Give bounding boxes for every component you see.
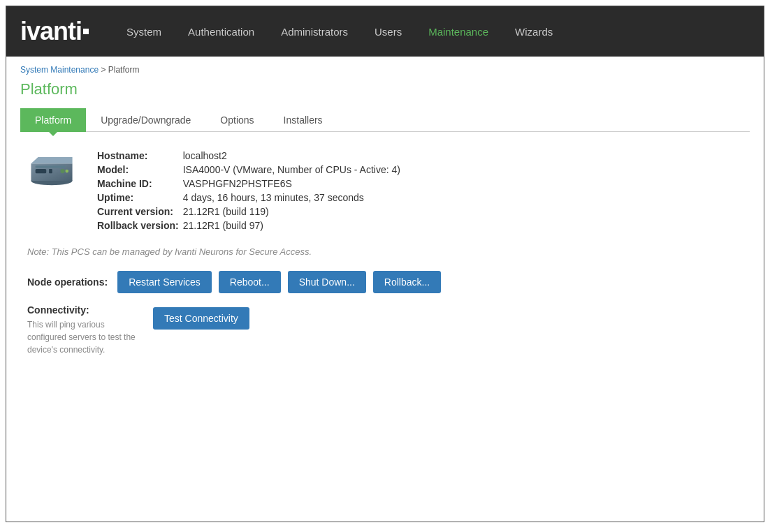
- device-icon: [27, 152, 76, 232]
- info-row-machine-id: Machine ID: VASPHGFN2PHSTFE6S: [97, 177, 405, 191]
- connectivity-label: Connectivity:: [27, 304, 139, 316]
- breadcrumb-parent-link[interactable]: System Maintenance: [20, 65, 99, 75]
- rollback-version-value: 21.12R1 (build 97): [183, 219, 405, 232]
- info-row-hostname: Hostname: localhost2: [97, 149, 405, 163]
- node-operations-row: Node operations: Restart Services Reboot…: [27, 271, 743, 293]
- machine-id-value: VASPHGFN2PHSTFE6S: [183, 177, 405, 191]
- model-label: Model:: [97, 163, 183, 177]
- rollback-button[interactable]: Rollback...: [373, 271, 441, 293]
- device-info-table: Hostname: localhost2 Model: ISA4000-V (V…: [97, 149, 405, 232]
- page-title: Platform: [20, 80, 750, 98]
- breadcrumb-separator: >: [101, 65, 108, 75]
- tab-content-platform: Hostname: localhost2 Model: ISA4000-V (V…: [20, 132, 750, 373]
- svg-rect-2: [49, 169, 52, 173]
- connectivity-info: Connectivity: This will ping various con…: [27, 304, 139, 356]
- uptime-value: 4 days, 16 hours, 13 minutes, 37 seconds: [183, 191, 405, 205]
- tab-platform[interactable]: Platform: [20, 108, 86, 132]
- hostname-label: Hostname:: [97, 149, 183, 163]
- nav-system[interactable]: System: [117, 20, 171, 43]
- current-version-label: Current version:: [97, 205, 183, 219]
- nav-authentication[interactable]: Authentication: [178, 20, 264, 43]
- uptime-label: Uptime:: [97, 191, 183, 205]
- logo-accent-dot: [83, 29, 89, 34]
- info-row-current-version: Current version: 21.12R1 (build 119): [97, 205, 405, 219]
- device-info-section: Hostname: localhost2 Model: ISA4000-V (V…: [27, 149, 743, 232]
- main-nav: System Authentication Administrators Use…: [117, 20, 562, 43]
- nav-users[interactable]: Users: [365, 20, 412, 43]
- tab-upgrade-downgrade[interactable]: Upgrade/Downgrade: [86, 108, 205, 132]
- tab-bar: Platform Upgrade/Downgrade Options Insta…: [20, 108, 750, 132]
- svg-point-4: [65, 170, 68, 173]
- logo-text: ivanti: [20, 17, 82, 46]
- svg-point-3: [60, 169, 64, 173]
- node-operations-label: Node operations:: [27, 276, 108, 288]
- svg-rect-5: [36, 165, 66, 168]
- nav-wizards[interactable]: Wizards: [505, 20, 562, 43]
- tab-installers[interactable]: Installers: [269, 108, 337, 132]
- info-row-model: Model: ISA4000-V (VMware, Number of CPUs…: [97, 163, 405, 177]
- breadcrumb-current: Platform: [108, 65, 140, 75]
- logo[interactable]: ivanti: [20, 17, 89, 46]
- info-row-rollback-version: Rollback version: 21.12R1 (build 97): [97, 219, 405, 232]
- rollback-version-label: Rollback version:: [97, 219, 183, 232]
- hostname-value: localhost2: [183, 149, 405, 163]
- management-note: Note: This PCS can be managed by Ivanti …: [27, 246, 743, 257]
- top-navigation: ivanti System Authentication Administrat…: [6, 6, 764, 57]
- main-content: System Maintenance > Platform Platform P…: [6, 57, 764, 381]
- connectivity-description: This will ping various configured server…: [27, 318, 139, 356]
- reboot-button[interactable]: Reboot...: [219, 271, 281, 293]
- nav-maintenance[interactable]: Maintenance: [419, 20, 498, 43]
- model-value: ISA4000-V (VMware, Number of CPUs - Acti…: [183, 163, 405, 177]
- test-connectivity-button[interactable]: Test Connectivity: [153, 307, 249, 330]
- connectivity-section: Connectivity: This will ping various con…: [27, 304, 743, 356]
- info-row-uptime: Uptime: 4 days, 16 hours, 13 minutes, 37…: [97, 191, 405, 205]
- svg-rect-1: [36, 169, 47, 173]
- tab-options[interactable]: Options: [205, 108, 268, 132]
- machine-id-label: Machine ID:: [97, 177, 183, 191]
- shut-down-button[interactable]: Shut Down...: [288, 271, 366, 293]
- nav-administrators[interactable]: Administrators: [271, 20, 358, 43]
- breadcrumb: System Maintenance > Platform: [20, 65, 750, 75]
- current-version-value: 21.12R1 (build 119): [183, 205, 405, 219]
- connectivity-button-area: Test Connectivity: [153, 304, 249, 330]
- restart-services-button[interactable]: Restart Services: [117, 271, 212, 293]
